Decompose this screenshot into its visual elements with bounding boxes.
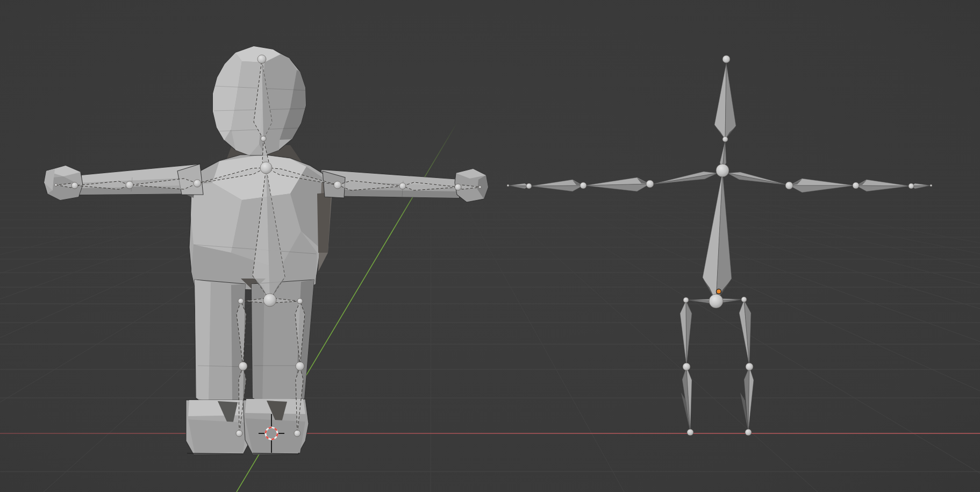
skel-elbow-l-joint[interactable]	[580, 182, 586, 189]
char-neck-joint[interactable]	[261, 136, 266, 141]
skel-hand-tip-r-joint[interactable]	[930, 184, 932, 187]
char-hip-joint[interactable]	[263, 294, 276, 306]
char-hip-side-r-joint[interactable]	[297, 298, 303, 304]
char-wrist-l-joint[interactable]	[71, 182, 78, 189]
skel-hip-joint[interactable]	[709, 294, 723, 308]
skel-hip-side-l-joint[interactable]	[683, 297, 689, 303]
char-hand-tip-l-joint[interactable]	[55, 184, 58, 187]
skel-wrist-r-joint[interactable]	[909, 183, 914, 189]
skel-wrist-l-joint[interactable]	[526, 183, 532, 189]
char-shoulder-l-joint[interactable]	[194, 180, 201, 187]
char-wrist-r-joint[interactable]	[399, 183, 406, 189]
skel-hip-side-r-joint[interactable]	[741, 297, 747, 302]
char-shoulder-r-joint[interactable]	[334, 181, 341, 189]
skel-knee-l-joint[interactable]	[683, 363, 690, 370]
skel-ankle-l-joint[interactable]	[687, 429, 693, 436]
char-head-top-joint[interactable]	[257, 55, 266, 63]
skel-ankle-r-joint[interactable]	[745, 429, 752, 436]
char-chest-joint[interactable]	[260, 162, 272, 174]
object-origin-marker[interactable]	[717, 289, 721, 294]
char-hip-side-l-joint[interactable]	[238, 298, 244, 304]
origin-dot-icon	[717, 289, 721, 294]
skel-shoulder-l-joint[interactable]	[646, 180, 654, 188]
char-elbow-l-joint[interactable]	[126, 181, 133, 189]
char-ankle-l-joint[interactable]	[236, 430, 242, 437]
skel-head-top-joint[interactable]	[723, 55, 730, 63]
3d-viewport[interactable]	[0, 0, 980, 492]
skel-shoulder-r-joint[interactable]	[785, 182, 793, 189]
char-ankle-r-joint[interactable]	[294, 430, 301, 437]
char-hand-tip-r-joint[interactable]	[479, 186, 482, 189]
skel-elbow-r-joint[interactable]	[853, 182, 859, 189]
char-hand-r-joint[interactable]	[455, 184, 461, 190]
skel-chest-joint[interactable]	[716, 164, 729, 177]
skel-knee-r-joint[interactable]	[746, 363, 753, 370]
char-knee-r-joint[interactable]	[296, 362, 304, 370]
skel-neck-joint[interactable]	[723, 137, 728, 142]
skel-hand-tip-l-joint[interactable]	[507, 184, 509, 187]
char-knee-l-joint[interactable]	[239, 362, 247, 370]
